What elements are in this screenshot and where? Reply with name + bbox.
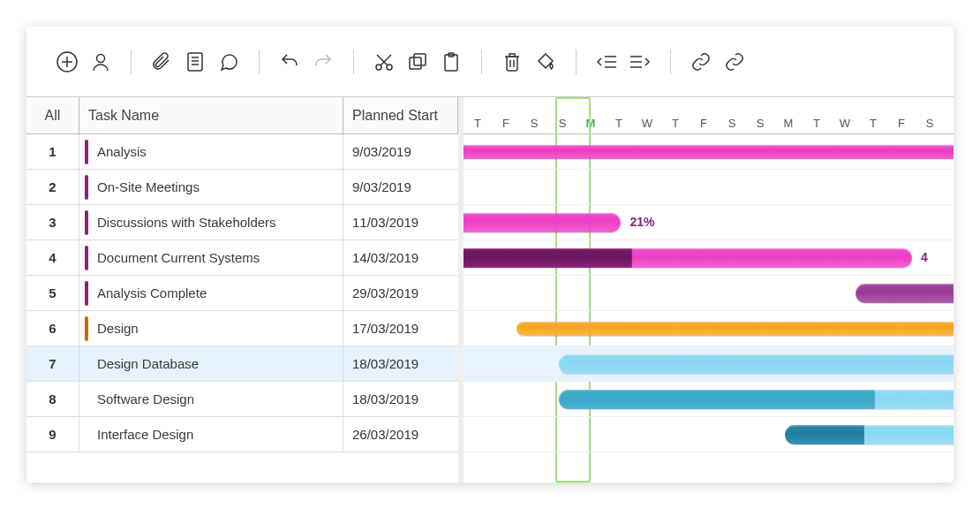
- row-task-name-cell[interactable]: Interface Design: [79, 417, 343, 452]
- toolbar-separator: [481, 49, 482, 74]
- timeline-day: W: [633, 117, 661, 130]
- row-task-name-cell[interactable]: Discussions with Stakeholders: [79, 205, 343, 239]
- column-header-all[interactable]: All: [26, 97, 79, 133]
- gantt-bar[interactable]: [516, 322, 954, 336]
- table-header: All Task Name Planned Start: [26, 97, 458, 134]
- row-task-name-cell[interactable]: Software Design: [79, 382, 343, 416]
- timeline-day: S: [916, 117, 944, 130]
- gantt-row[interactable]: [464, 346, 954, 382]
- gantt-timeline-header: TFSSMTWTFSSMTWTFSS: [464, 97, 954, 134]
- svg-rect-13: [414, 54, 426, 65]
- task-name: Design Database: [97, 356, 334, 371]
- task-color-indicator: [85, 422, 88, 447]
- timeline-day: M: [774, 117, 803, 130]
- timeline-day: T: [803, 117, 831, 130]
- cut-button[interactable]: [372, 49, 396, 74]
- gantt-row[interactable]: [464, 382, 954, 417]
- row-task-name-cell[interactable]: Design: [79, 311, 343, 346]
- unlink-button[interactable]: [722, 49, 747, 74]
- row-task-name-cell[interactable]: Analysis: [79, 134, 343, 169]
- assign-user-button[interactable]: [88, 49, 113, 74]
- row-task-name-cell[interactable]: On-Site Meetings: [79, 170, 343, 204]
- table-row[interactable]: 6Design17/03/2019: [26, 311, 458, 346]
- indent-button[interactable]: [628, 49, 652, 74]
- gantt-row[interactable]: 21%: [464, 205, 954, 240]
- gantt-bar-progress: [785, 425, 864, 444]
- row-index: 3: [26, 205, 79, 239]
- gantt-bar[interactable]: 21%: [464, 213, 621, 232]
- timeline-day: F: [887, 117, 916, 130]
- timeline-day: F: [690, 117, 718, 130]
- notes-button[interactable]: [183, 49, 207, 74]
- row-index: 7: [26, 346, 79, 381]
- fill-color-button[interactable]: [533, 49, 558, 74]
- row-planned-start: 26/03/2019: [343, 417, 458, 452]
- add-task-button[interactable]: [55, 49, 79, 74]
- task-color-indicator: [85, 210, 88, 235]
- table-row[interactable]: 9Interface Design26/03/2019: [26, 417, 458, 452]
- gantt-bar[interactable]: [785, 425, 954, 444]
- attachment-button[interactable]: [149, 49, 174, 74]
- copy-button[interactable]: [405, 49, 430, 74]
- row-planned-start: 11/03/2019: [343, 205, 458, 239]
- task-color-indicator: [85, 175, 88, 200]
- table-row[interactable]: 1Analysis9/03/2019: [26, 134, 458, 170]
- column-header-planned-start[interactable]: Planned Start: [343, 97, 458, 133]
- redo-button[interactable]: [311, 49, 335, 74]
- task-name: Design: [97, 321, 334, 336]
- column-header-task-name[interactable]: Task Name: [79, 97, 343, 133]
- row-index: 6: [26, 311, 79, 346]
- table-row[interactable]: 7Design Database18/03/2019: [26, 346, 458, 382]
- task-name: Software Design: [97, 391, 334, 406]
- task-color-indicator: [85, 352, 88, 376]
- task-color-indicator: [85, 387, 88, 412]
- timeline-day: T: [464, 117, 492, 130]
- task-color-indicator: [85, 281, 88, 306]
- outdent-button[interactable]: [594, 49, 619, 74]
- link-button[interactable]: [689, 49, 713, 74]
- gantt-row[interactable]: 4: [464, 240, 954, 276]
- table-row[interactable]: 3Discussions with Stakeholders11/03/2019: [26, 205, 458, 240]
- task-name: On-Site Meetings: [97, 179, 334, 194]
- task-table: All Task Name Planned Start 1Analysis9/0…: [26, 97, 464, 482]
- timeline-day: W: [831, 117, 859, 130]
- row-task-name-cell[interactable]: Analysis Complete: [79, 276, 343, 310]
- gantt-bar[interactable]: 4: [464, 248, 912, 268]
- gantt-chart[interactable]: TFSSMTWTFSSMTWTFSS 21%4: [464, 97, 954, 482]
- gantt-bar[interactable]: [856, 284, 954, 303]
- table-row[interactable]: 5Analysis Complete29/03/2019: [26, 276, 458, 311]
- table-row[interactable]: 2On-Site Meetings9/03/2019: [26, 170, 458, 205]
- timeline-day: F: [492, 117, 520, 130]
- gantt-bar[interactable]: [464, 145, 954, 159]
- undo-button[interactable]: [277, 49, 302, 74]
- toolbar-separator: [259, 49, 260, 74]
- comment-button[interactable]: [216, 49, 241, 74]
- paste-button[interactable]: [439, 49, 464, 74]
- row-planned-start: 29/03/2019: [343, 276, 458, 310]
- table-row[interactable]: 8Software Design18/03/2019: [26, 382, 458, 417]
- delete-button[interactable]: [500, 49, 524, 74]
- gantt-row[interactable]: [464, 276, 954, 311]
- gantt-row[interactable]: [464, 170, 954, 205]
- task-name: Analysis Complete: [97, 285, 334, 300]
- task-name: Document Current Systems: [97, 250, 334, 265]
- task-name: Interface Design: [97, 427, 334, 442]
- row-task-name-cell[interactable]: Design Database: [79, 346, 343, 381]
- row-index: 5: [26, 276, 79, 310]
- timeline-day: S: [548, 117, 577, 130]
- row-planned-start: 9/03/2019: [343, 170, 458, 204]
- timeline-day: S: [718, 117, 746, 130]
- gantt-bar[interactable]: [559, 354, 954, 374]
- row-task-name-cell[interactable]: Document Current Systems: [79, 240, 343, 275]
- row-planned-start: 18/03/2019: [343, 346, 458, 381]
- svg-rect-12: [410, 57, 421, 69]
- task-name: Discussions with Stakeholders: [97, 215, 334, 230]
- row-planned-start: 14/03/2019: [343, 240, 458, 275]
- gantt-bar-label: 21%: [629, 215, 654, 229]
- table-row[interactable]: 4Document Current Systems14/03/2019: [26, 240, 458, 276]
- row-planned-start: 9/03/2019: [343, 134, 458, 169]
- gantt-row[interactable]: [464, 134, 954, 170]
- gantt-bar[interactable]: [559, 390, 954, 409]
- gantt-row[interactable]: [464, 417, 954, 452]
- gantt-row[interactable]: [464, 311, 954, 346]
